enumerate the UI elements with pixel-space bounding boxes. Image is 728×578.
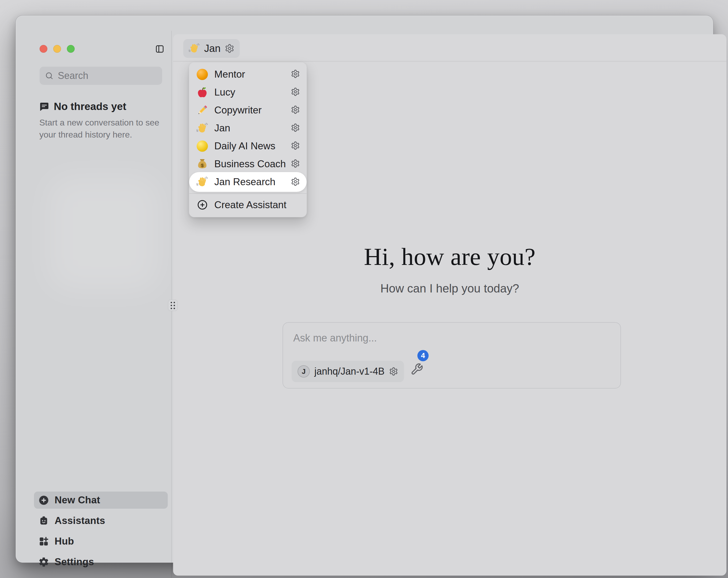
assistant-settings-gear-icon[interactable] (290, 123, 301, 133)
model-selector-button[interactable]: J janhq/Jan-v1-4B (292, 361, 404, 382)
menu-item-daily-ai-news[interactable]: Daily AI News (189, 137, 307, 155)
sidebar-item-new-chat[interactable]: New Chat (34, 492, 168, 509)
empty-state-title: No threads yet (54, 101, 126, 112)
assistant-settings-gear-icon[interactable] (290, 159, 301, 169)
menu-item-label: Business Coach (214, 158, 290, 170)
assistant-settings-gear-icon[interactable] (290, 87, 301, 98)
menu-item-label: Daily AI News (214, 141, 290, 152)
menu-separator (189, 193, 307, 194)
zoom-button[interactable] (67, 45, 75, 53)
plus-circle-icon (38, 495, 49, 506)
menu-item-label: Jan Research (214, 176, 290, 187)
yellow-circle-emoji (196, 140, 208, 152)
nav-item-label: Settings (55, 556, 94, 568)
gear-icon[interactable] (225, 44, 234, 53)
search-field (40, 67, 162, 85)
waving-hand-emoji (196, 122, 208, 134)
orange-circle-emoji (196, 68, 208, 80)
chat-bubble-icon (39, 102, 49, 111)
close-button[interactable] (40, 45, 47, 53)
plus-circle-icon (196, 199, 208, 211)
wrench-icon (410, 363, 423, 376)
minimize-button[interactable] (53, 45, 61, 53)
sidebar-resize-handle[interactable] (168, 300, 178, 311)
greeting-subtitle: How can I help you today? (173, 282, 726, 295)
assistant-settings-gear-icon[interactable] (290, 105, 301, 116)
assistant-settings-gear-icon[interactable] (290, 177, 301, 187)
waving-hand-emoji (196, 176, 208, 188)
menu-item-jan[interactable]: Jan (189, 119, 307, 137)
menu-item-copywriter[interactable]: Copywriter (189, 101, 307, 119)
assistant-settings-gear-icon[interactable] (290, 141, 301, 151)
main-header: Jan (173, 34, 726, 61)
threads-empty-state: No threads yet Start a new conversation … (39, 101, 160, 141)
grip-dots-icon (171, 302, 175, 309)
nav-item-label: Hub (55, 536, 74, 547)
composer-card: J janhq/Jan-v1-4B 4 (283, 322, 621, 388)
main-panel: Jan Mentor Lucy Copywriter (173, 34, 726, 576)
search-icon (45, 71, 53, 80)
tools-count-badge: 4 (417, 350, 428, 361)
window-controls (40, 45, 75, 53)
sidebar-toggle-button[interactable] (155, 44, 164, 54)
model-name: janhq/Jan-v1-4B (314, 366, 385, 377)
menu-item-jan-research[interactable]: Jan Research (189, 172, 307, 192)
menu-item-label: Jan (214, 123, 290, 134)
menu-item-label: Copywriter (214, 105, 290, 116)
red-apple-emoji (196, 86, 208, 99)
menu-item-create-assistant[interactable]: Create Assistant (189, 196, 307, 214)
assistant-selector-button[interactable]: Jan (183, 39, 240, 58)
grid-plus-icon (38, 536, 49, 547)
waving-hand-emoji (189, 43, 200, 54)
menu-item-mentor[interactable]: Mentor (189, 65, 307, 83)
menu-item-label: Lucy (214, 87, 290, 98)
sidebar-nav: New Chat Assistants Hub Settings (34, 492, 168, 571)
sidebar-item-assistants[interactable]: Assistants (34, 512, 168, 529)
gear-icon (389, 367, 398, 376)
money-bag-emoji (196, 158, 208, 170)
menu-item-business-coach[interactable]: Business Coach (189, 155, 307, 173)
panel-left-icon (155, 44, 164, 53)
search-input[interactable] (57, 70, 157, 82)
app-window: No threads yet Start a new conversation … (16, 15, 713, 563)
assistant-selector-label: Jan (204, 43, 220, 54)
nav-item-label: New Chat (55, 495, 100, 506)
robot-icon (38, 516, 49, 526)
sidebar-item-settings[interactable]: Settings (34, 553, 168, 571)
tools-button[interactable] (410, 363, 423, 376)
composer-input[interactable] (293, 332, 609, 351)
menu-item-lucy[interactable]: Lucy (189, 83, 307, 101)
menu-item-label: Create Assistant (214, 199, 301, 210)
assistant-menu: Mentor Lucy Copywriter Jan (189, 62, 307, 217)
empty-state-description: Start a new conversation to see your thr… (39, 117, 160, 141)
assistant-settings-gear-icon[interactable] (290, 69, 301, 80)
nav-item-label: Assistants (55, 515, 105, 526)
pencil-emoji (196, 104, 208, 117)
menu-item-label: Mentor (214, 69, 290, 80)
desktop: No threads yet Start a new conversation … (0, 0, 728, 578)
model-avatar: J (297, 365, 310, 378)
sidebar-glow (48, 176, 160, 291)
gear-icon (38, 557, 49, 568)
greeting-title: Hi, how are you? (173, 243, 726, 271)
sidebar-item-hub[interactable]: Hub (34, 533, 168, 550)
